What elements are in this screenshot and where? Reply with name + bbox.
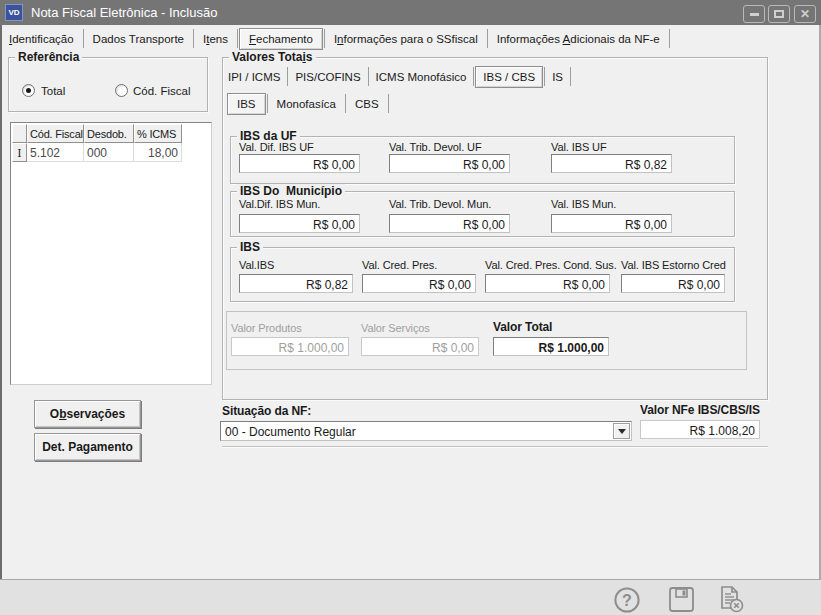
grid-cell-icms[interactable]: 18,00	[134, 143, 182, 162]
title-bar: VD Nota Fiscal Eletrônica - Inclusão ✕	[0, 0, 821, 25]
app-icon: VD	[5, 4, 23, 21]
valor-servicos-label: Valor Serviços	[361, 322, 430, 334]
grid-header-desdob: Desdob.	[84, 124, 134, 143]
val-trib-devol-uf-field[interactable]: R$ 0,00	[389, 154, 510, 173]
maximize-icon	[774, 10, 784, 18]
tab-fechamento[interactable]: Fechamento	[239, 28, 323, 50]
valor-total-field: R$ 1.000,00	[493, 337, 609, 356]
valor-produtos-label: Valor Produtos	[231, 322, 302, 334]
grid-header-selector	[12, 124, 27, 143]
ibs-cbs-subtab-bar: IBS Monofasíca CBS	[226, 92, 389, 115]
svg-text:?: ?	[622, 592, 632, 609]
val-ibs-mun-label: Val. IBS Mun.	[551, 198, 616, 210]
observacoes-button[interactable]: Observações	[34, 400, 141, 428]
radio-cod-fiscal-label[interactable]: Cód. Fiscal	[133, 85, 191, 97]
val-ibs-uf-label: Val. IBS UF	[551, 141, 607, 153]
valores-totais-title: Valores Totais	[229, 50, 316, 64]
subtab-ibs[interactable]: IBS	[227, 93, 266, 115]
tab-ibs-cbs[interactable]: IBS / CBS	[475, 66, 543, 88]
val-dif-ibs-mun-label: Val.Dif. IBS Mun.	[239, 198, 320, 210]
tab-informacoes-ssfiscal[interactable]: Informações para o SSfiscal	[325, 29, 487, 49]
val-dif-ibs-uf-field[interactable]: R$ 0,00	[239, 154, 360, 173]
tab-ipi-icms[interactable]: IPI / ICMS	[221, 67, 287, 87]
val-cred-pres-cond-sus-label: Val. Cred. Pres. Cond. Sus.	[485, 259, 617, 271]
fiscal-grid[interactable]: Cód. Fiscal Desdob. % ICMS I 5.102 000 1…	[10, 122, 212, 385]
valor-produtos-field: R$ 1.000,00	[231, 337, 349, 356]
close-icon: ✕	[800, 7, 810, 21]
val-ibs-mun-field[interactable]: R$ 0,00	[551, 214, 672, 233]
minimize-icon	[750, 13, 759, 16]
val-dif-ibs-uf-label: Val. Dif. IBS UF	[239, 141, 314, 153]
subtab-monofasica[interactable]: Monofasíca	[268, 94, 345, 114]
det-pagamento-button[interactable]: Det. Pagamento	[34, 433, 141, 461]
save-icon[interactable]	[668, 586, 695, 613]
window: VD Nota Fiscal Eletrônica - Inclusão ✕ I…	[0, 0, 821, 615]
val-ibs-field[interactable]: R$ 0,82	[239, 274, 353, 293]
ibs-group: IBS Val.IBS R$ 0,82 Val. Cred. Pres. R$ …	[230, 247, 735, 302]
val-ibs-estorno-cred-label: Val. IBS Estorno Cred	[621, 259, 726, 271]
situacao-value: 00 - Documento Regular	[225, 425, 356, 439]
valores-tab-bar: IPI / ICMS PIS/COFINS ICMS Monofásico IB…	[221, 65, 571, 88]
radio-total[interactable]	[22, 84, 35, 97]
val-ibs-estorno-cred-field[interactable]: R$ 0,00	[621, 274, 725, 293]
tab-itens[interactable]: Itens	[194, 29, 237, 49]
ibs-do-municipio-group: IBS Do Município Val.Dif. IBS Mun. R$ 0,…	[230, 191, 735, 237]
valor-total-label: Valor Total	[493, 320, 552, 334]
val-ibs-label: Val.IBS	[239, 259, 274, 271]
grid-cell-desdob[interactable]: 000	[84, 143, 134, 162]
valor-nfe-label: Valor NFe IBS/CBS/IS	[600, 403, 760, 417]
totais-panel: Valor Produtos R$ 1.000,00 Valor Serviço…	[226, 311, 747, 370]
val-dif-ibs-mun-field[interactable]: R$ 0,00	[239, 214, 360, 233]
val-trib-devol-mun-field[interactable]: R$ 0,00	[389, 214, 510, 233]
ibs-do-municipio-title: IBS Do Município	[237, 184, 345, 198]
tab-dados-transporte[interactable]: Dados Transporte	[84, 29, 193, 49]
window-title: Nota Fiscal Eletrônica - Inclusão	[31, 0, 217, 25]
situacao-label: Situação da NF:	[222, 404, 311, 418]
grid-cell-cod-fiscal[interactable]: 5.102	[27, 143, 84, 162]
tab-pis-cofins[interactable]: PIS/COFINS	[288, 67, 367, 87]
radio-total-label[interactable]: Total	[41, 85, 65, 97]
ibs-group-title: IBS	[237, 240, 263, 254]
tab-identificacao[interactable]: Identificação	[0, 29, 83, 49]
val-trib-devol-uf-label: Val. Trib. Devol. UF	[389, 141, 482, 153]
tab-is[interactable]: IS	[545, 67, 570, 87]
minimize-button[interactable]	[743, 5, 765, 23]
ibs-da-uf-group: IBS da UF Val. Dif. IBS UF R$ 0,00 Val. …	[230, 136, 735, 184]
subtab-cbs[interactable]: CBS	[346, 94, 388, 114]
main-tab-bar: Identificação Dados Transporte Itens Fec…	[0, 27, 670, 50]
grid-header-icms: % ICMS	[134, 124, 182, 143]
maximize-button[interactable]	[768, 5, 790, 23]
tab-informacoes-adicionais[interactable]: Informações Adicionais da NF-e	[488, 29, 669, 49]
cancel-document-icon[interactable]	[716, 585, 746, 614]
val-trib-devol-mun-label: Val. Trib. Devol. Mun.	[389, 198, 491, 210]
help-icon[interactable]: ?	[614, 587, 640, 613]
situacao-dropdown-button[interactable]	[613, 423, 630, 439]
referencia-group-title: Referência	[15, 50, 82, 64]
radio-cod-fiscal[interactable]	[115, 84, 128, 97]
valor-nfe-field[interactable]: R$ 1.008,20	[640, 420, 760, 439]
val-cred-pres-field[interactable]: R$ 0,00	[362, 274, 476, 293]
val-cred-pres-label: Val. Cred. Pres.	[362, 259, 437, 271]
grid-row-selector[interactable]: I	[12, 143, 27, 162]
dropdown-arrow-icon	[618, 429, 626, 434]
close-button[interactable]: ✕	[794, 5, 816, 23]
grid-header-cod-fiscal: Cód. Fiscal	[27, 124, 84, 143]
valor-servicos-field: R$ 0,00	[361, 337, 479, 356]
situacao-combobox[interactable]: 00 - Documento Regular	[220, 421, 632, 441]
tab-icms-monofasico[interactable]: ICMS Monofásico	[369, 67, 474, 87]
bottom-separator	[222, 446, 768, 447]
referencia-group: Referência Total Cód. Fiscal	[8, 57, 208, 112]
footer-bar: ?	[0, 579, 821, 615]
val-ibs-uf-field[interactable]: R$ 0,82	[551, 154, 672, 173]
window-border-left	[0, 25, 2, 615]
val-cred-pres-cond-sus-field[interactable]: R$ 0,00	[485, 274, 610, 293]
